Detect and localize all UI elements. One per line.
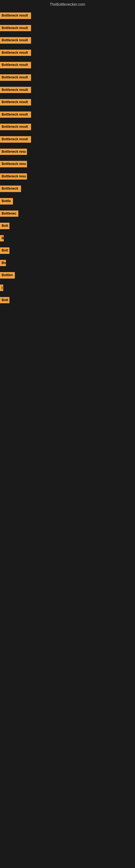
bottleneck-row: Bottleneck resu — [0, 170, 135, 183]
bottleneck-bar-5[interactable]: Bottleneck result — [0, 62, 31, 68]
bottleneck-row: Bottleneck result — [0, 96, 135, 108]
bottleneck-row: Bottleneck result — [0, 10, 135, 22]
bottleneck-row: Bottleneck resu — [0, 146, 135, 158]
bottleneck-row: Bottleneck — [0, 183, 135, 195]
bottleneck-bar-17[interactable]: Bottlenec — [0, 211, 18, 217]
bottleneck-row: Bottleneck result — [0, 34, 135, 46]
site-title: TheBottlenecker.com — [50, 2, 85, 6]
bottleneck-row: Bottlen — [0, 269, 135, 281]
bottleneck-bar-3[interactable]: Bottleneck result — [0, 37, 31, 44]
bottleneck-row: Bottleneck result — [0, 133, 135, 145]
bottleneck-row: Bottleneck result — [0, 72, 135, 84]
bottleneck-row: Bott — [0, 220, 135, 232]
bottleneck-row: | — [0, 282, 135, 294]
bottleneck-row: Bottleneck result — [0, 47, 135, 59]
bottleneck-row: Bott — [0, 245, 135, 257]
bottleneck-bar-6[interactable]: Bottleneck result — [0, 74, 31, 81]
bottleneck-row: Bottleneck result — [0, 84, 135, 96]
bottleneck-row: Bottleneck resu — [0, 158, 135, 170]
bottleneck-bar-14[interactable]: Bottleneck resu — [0, 173, 27, 180]
bottleneck-row: Bottlenec — [0, 208, 135, 220]
bottleneck-bar-13[interactable]: Bottleneck resu — [0, 161, 27, 167]
bottleneck-bar-11[interactable]: Bottleneck result — [0, 136, 31, 143]
bottleneck-row: Bottleneck result — [0, 22, 135, 34]
bottleneck-bar-19[interactable]: B — [0, 235, 4, 242]
bottleneck-row: Bottleneck result — [0, 121, 135, 133]
bottleneck-bar-18[interactable]: Bott — [0, 223, 9, 229]
bottleneck-bar-24[interactable]: Bott — [0, 297, 9, 304]
bottleneck-row: Bottle — [0, 195, 135, 207]
bottleneck-row: Bott — [0, 294, 135, 306]
bottleneck-bar-12[interactable]: Bottleneck resu — [0, 149, 27, 155]
bottleneck-bar-2[interactable]: Bottleneck result — [0, 25, 31, 31]
bottleneck-bar-1[interactable]: Bottleneck result — [0, 12, 31, 19]
bars-container: Bottleneck resultBottleneck resultBottle… — [0, 10, 135, 306]
bottleneck-bar-10[interactable]: Bottleneck result — [0, 124, 31, 130]
bottleneck-row: B — [0, 232, 135, 244]
bottleneck-row: Bottleneck result — [0, 59, 135, 71]
bottleneck-bar-15[interactable]: Bottleneck — [0, 186, 21, 192]
bottleneck-bar-16[interactable]: Bottle — [0, 198, 13, 205]
bottleneck-bar-9[interactable]: Bottleneck result — [0, 112, 31, 118]
bottleneck-bar-21[interactable]: Bo — [0, 260, 6, 267]
bottleneck-row: Bo — [0, 257, 135, 269]
bottleneck-bar-8[interactable]: Bottleneck result — [0, 99, 31, 105]
bottleneck-bar-7[interactable]: Bottleneck result — [0, 87, 31, 93]
bottleneck-row: Bottleneck result — [0, 109, 135, 121]
bottleneck-bar-20[interactable]: Bott — [0, 247, 9, 254]
bottleneck-bar-22[interactable]: Bottlen — [0, 272, 15, 279]
bottleneck-bar-4[interactable]: Bottleneck result — [0, 50, 31, 56]
site-header: TheBottlenecker.com — [0, 0, 135, 10]
bottleneck-bar-23[interactable]: | — [0, 284, 3, 291]
